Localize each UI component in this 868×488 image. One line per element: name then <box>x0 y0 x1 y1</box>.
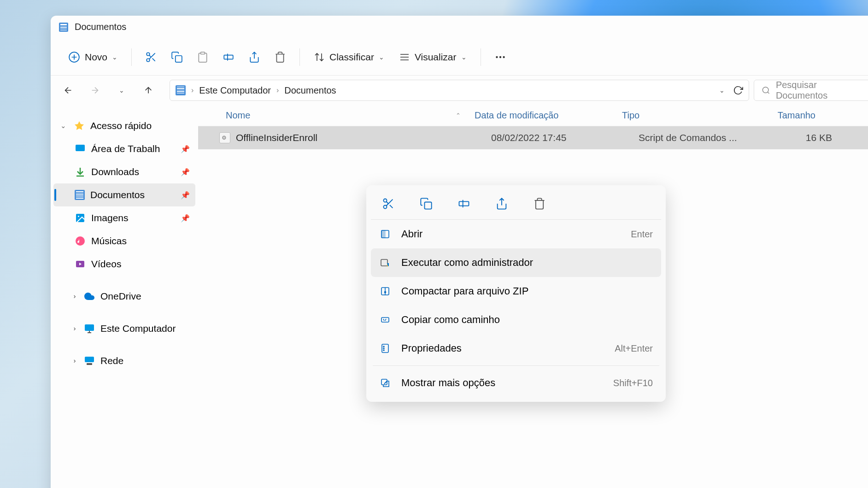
ctx-more-options[interactable]: Mostrar mais opções Shift+F10 <box>371 369 661 397</box>
trash-icon <box>533 197 546 210</box>
view-list-icon <box>399 52 410 63</box>
share-icon <box>248 51 260 63</box>
ctx-open[interactable]: Abrir Enter <box>371 220 661 248</box>
expand-chevron-icon: ⌄ <box>69 291 77 301</box>
toolbar: Novo ⌄ Classificar ⌄ Visualiza <box>51 39 868 76</box>
svg-line-43 <box>390 205 393 208</box>
svg-point-31 <box>78 216 79 217</box>
chevron-down-icon: ⌄ <box>119 87 124 94</box>
arrow-right-icon <box>90 85 100 95</box>
breadcrumb-root[interactable]: Este Computador <box>199 85 271 96</box>
chevron-down-icon[interactable]: ⌄ <box>719 87 725 94</box>
ctx-run-admin-label: Executar como administrador <box>401 257 533 269</box>
desktop-icon <box>75 143 86 154</box>
view-button[interactable]: Visualizar ⌄ <box>393 48 473 66</box>
ctx-compress-zip[interactable]: Compactar para arquivo ZIP <box>371 277 661 306</box>
cut-button[interactable] <box>139 45 163 69</box>
back-button[interactable] <box>57 79 79 101</box>
sidebar-music-label: Músicas <box>91 235 127 247</box>
documents-icon <box>176 85 186 95</box>
column-date[interactable]: Data de modificação <box>475 110 622 121</box>
sidebar-documents-label: Documentos <box>90 189 145 200</box>
ctx-share-button[interactable] <box>493 194 511 213</box>
sidebar-item-music[interactable]: Músicas <box>53 229 195 253</box>
new-button[interactable]: Novo ⌄ <box>62 47 124 67</box>
more-button[interactable] <box>488 45 512 69</box>
delete-button[interactable] <box>268 45 292 69</box>
copy-icon <box>171 51 183 63</box>
column-name[interactable]: Nome <box>226 110 250 121</box>
shield-admin-icon <box>379 257 391 269</box>
address-bar[interactable]: › Este Computador › Documentos ⌄ <box>170 80 749 101</box>
ctx-zip-label: Compactar para arquivo ZIP <box>401 285 528 297</box>
sidebar-item-network[interactable]: ⌄ Rede <box>53 349 195 372</box>
forward-button[interactable] <box>84 79 106 101</box>
recent-button[interactable]: ⌄ <box>111 79 133 101</box>
file-type: Script de Comandos ... <box>639 132 768 143</box>
plus-circle-icon <box>68 51 80 63</box>
ctx-cut-button[interactable] <box>379 194 398 213</box>
svg-point-57 <box>383 346 384 347</box>
ctx-properties[interactable]: Propriedades Alt+Enter <box>371 334 661 363</box>
expand-chevron-icon: ⌄ <box>58 122 68 130</box>
chevron-down-icon: ⌄ <box>461 53 467 61</box>
sidebar-item-onedrive[interactable]: ⌄ OneDrive <box>53 285 195 308</box>
share-button[interactable] <box>242 45 266 69</box>
sidebar-item-downloads[interactable]: Downloads 📌 <box>53 160 195 183</box>
context-separator <box>373 365 659 366</box>
sidebar-pictures-label: Imagens <box>91 212 129 223</box>
svg-point-19 <box>499 56 501 58</box>
sidebar-item-this-pc[interactable]: ⌄ Este Computador <box>53 317 195 340</box>
sort-button[interactable]: Classificar ⌄ <box>307 48 391 66</box>
up-button[interactable] <box>137 79 159 101</box>
sort-icon <box>314 52 325 63</box>
svg-rect-27 <box>76 145 85 151</box>
expand-chevron-icon: ⌄ <box>69 356 77 366</box>
copy-button[interactable] <box>165 45 189 69</box>
svg-rect-46 <box>459 201 469 206</box>
ctx-run-as-admin[interactable]: Executar como administrador <box>371 248 661 277</box>
cloud-icon <box>84 291 95 302</box>
rename-button[interactable] <box>217 45 240 69</box>
sidebar-item-desktop[interactable]: Área de Trabalho 📌 <box>53 137 195 160</box>
ctx-copy-path[interactable]: Copiar como caminho <box>371 306 661 334</box>
ctx-delete-button[interactable] <box>530 194 549 213</box>
ctx-open-label: Abrir <box>401 228 422 240</box>
pin-icon: 📌 <box>181 214 190 223</box>
svg-point-24 <box>762 87 768 93</box>
search-input[interactable]: Pesquisar Documentos <box>754 80 868 101</box>
ctx-copy-path-label: Copiar como caminho <box>401 314 500 326</box>
svg-line-25 <box>768 92 769 94</box>
svg-rect-39 <box>87 363 92 365</box>
svg-rect-9 <box>201 52 205 54</box>
ctx-rename-button[interactable] <box>455 194 473 213</box>
titlebar[interactable]: Documentos <box>51 16 868 39</box>
svg-point-4 <box>147 59 150 62</box>
toolbar-separator <box>299 48 300 66</box>
sidebar-item-videos[interactable]: Vídeos <box>53 253 195 276</box>
file-size: 16 KB <box>768 132 841 143</box>
ctx-copy-button[interactable] <box>417 194 435 213</box>
file-name: OfflineInsiderEnroll <box>236 132 491 143</box>
monitor-icon <box>84 323 95 334</box>
share-icon <box>495 197 508 210</box>
breadcrumb-current[interactable]: Documentos <box>284 85 336 96</box>
column-type[interactable]: Tipo <box>622 110 751 121</box>
documents-icon <box>75 190 85 200</box>
document-folder-icon <box>59 23 68 32</box>
sidebar-item-documents[interactable]: Documentos 📌 <box>53 183 195 206</box>
svg-rect-56 <box>382 344 388 353</box>
refresh-icon[interactable] <box>733 85 743 95</box>
svg-point-58 <box>383 348 384 349</box>
paste-button[interactable] <box>191 45 215 69</box>
ellipsis-icon <box>494 51 506 63</box>
column-size[interactable]: Tamanho <box>751 110 825 121</box>
chevron-right-icon: › <box>191 86 194 94</box>
sidebar-item-quick-access[interactable]: ⌄ Acesso rápido <box>53 114 195 137</box>
file-row[interactable]: OfflineInsiderEnroll 08/02/2022 17:45 Sc… <box>198 126 868 149</box>
sidebar-item-pictures[interactable]: Imagens 📌 <box>53 206 195 229</box>
video-icon <box>75 259 86 270</box>
rename-icon <box>457 197 470 210</box>
svg-point-41 <box>384 206 387 209</box>
svg-line-6 <box>152 58 155 61</box>
